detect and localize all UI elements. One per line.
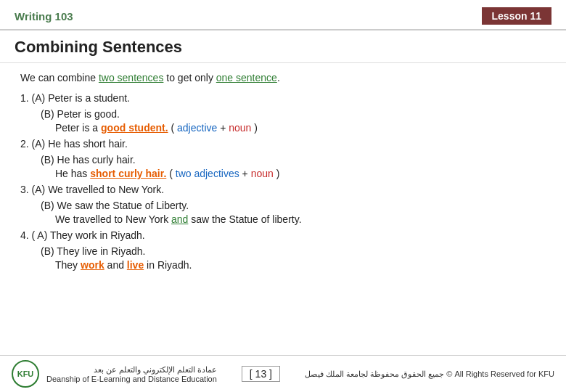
footer-arabic-line2: Deanship of E-Learning and Distance Educ… <box>46 375 217 383</box>
page-number: [ 13 ] <box>242 366 280 382</box>
intro-highlight2: one sentence <box>216 72 277 83</box>
intro-text-before: We can combine <box>20 72 99 83</box>
item-3-a: (A) We travelled to New York. <box>32 184 165 195</box>
footer-left: KFU عمادة التعلم الإلكتروني والتعلم عن ب… <box>12 360 217 388</box>
item-2-number: 2. <box>20 138 29 150</box>
item-3-combined: We travelled to New York and saw the Sta… <box>55 213 546 225</box>
item-2-b: (B) He has curly hair. <box>41 154 546 166</box>
footer-institution: عمادة التعلم الإلكتروني والتعلم عن بعد D… <box>46 365 217 383</box>
footer-arabic-line1: عمادة التعلم الإلكتروني والتعلم عن بعد <box>46 365 217 375</box>
item-3: 3. (A) We travelled to New York. <box>20 184 546 195</box>
intro-highlight1: two sentences <box>99 72 164 83</box>
item-3-number: 3. <box>20 184 29 195</box>
item-2-combined: He has short curly hair. ( two adjective… <box>55 168 546 179</box>
item-4: 4. ( A) They work in Riyadh. <box>20 229 546 241</box>
item-4-number: 4. <box>20 229 29 241</box>
item-1-a: (A) Peter is a student. <box>32 92 130 104</box>
item-1-number: 1. <box>20 92 29 104</box>
lesson-badge: Lesson 11 <box>482 7 551 25</box>
item-1-b: (B) Peter is good. <box>41 108 546 120</box>
page-title: Combining Sentences <box>0 30 566 63</box>
item-4-a: ( A) They work in Riyadh. <box>32 229 145 241</box>
item-1-combined: Peter is a good student. ( adjective + n… <box>55 122 546 134</box>
intro-line: We can combine two sentences to get only… <box>20 72 546 83</box>
item-4-combined: They work and live in Riyadh. <box>55 259 546 271</box>
footer-rights: All Rights Reserved for KFU © جميع الحقو… <box>305 369 554 379</box>
item-1: 1. (A) Peter is a student. <box>20 92 546 104</box>
item-3-b: (B) We saw the Statue of Liberty. <box>41 200 546 211</box>
intro-text-middle: to get only <box>163 72 216 83</box>
page-footer: KFU عمادة التعلم الإلكتروني والتعلم عن ب… <box>0 355 566 392</box>
page-header: Writing 103 Lesson 11 <box>0 0 566 30</box>
main-content: We can combine two sentences to get only… <box>0 63 566 282</box>
item-2-a: (A) He has short hair. <box>32 138 128 150</box>
kfu-logo: KFU <box>12 360 39 388</box>
item-4-b: (B) They live in Riyadh. <box>41 245 546 257</box>
header-title: Writing 103 <box>15 10 73 23</box>
intro-text-after: . <box>277 72 280 83</box>
item-2: 2. (A) He has short hair. <box>20 138 546 150</box>
